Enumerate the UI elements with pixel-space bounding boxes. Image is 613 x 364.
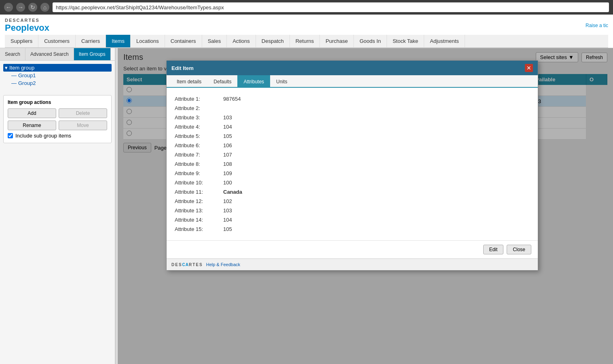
attr-value: Canada — [223, 189, 242, 195]
nav-item-sales[interactable]: Sales — [202, 35, 227, 47]
attr-value: 104 — [223, 124, 232, 130]
attr-row: Attribute 12:102 — [175, 197, 530, 206]
attr-label: Attribute 14: — [175, 217, 223, 223]
modal-body: Attribute 1:987654Attribute 2:Attribute … — [167, 88, 538, 240]
modal-tab-defaults[interactable]: Defaults — [207, 75, 237, 88]
nav-item-items[interactable]: Items — [106, 35, 131, 47]
delete-button[interactable]: Delete — [59, 108, 107, 118]
back-button[interactable]: ← — [4, 3, 13, 12]
move-button[interactable]: Move — [59, 121, 107, 130]
attr-value: 102 — [223, 198, 232, 204]
main-nav: SuppliersCustomersCarriersItemsLocations… — [5, 35, 608, 48]
attr-label: Attribute 12: — [175, 198, 223, 204]
tree-child-label: Group1 — [18, 72, 36, 78]
forward-button[interactable]: → — [16, 3, 25, 12]
attr-label: Attribute 7: — [175, 152, 223, 158]
sidebar: SearchAdvanced SearchItem Groups ▾ Item … — [0, 48, 115, 364]
nav-item-purchase[interactable]: Purchase — [320, 35, 354, 47]
modal-tabs: Item detailsDefaultsAttributesUnits — [167, 75, 538, 88]
modal-footer: Edit Close — [167, 240, 538, 258]
app-header: DESCARTES Peoplevox Raise a tic Supplier… — [0, 15, 613, 48]
attr-label: Attribute 13: — [175, 207, 223, 214]
attr-value: 105 — [223, 226, 232, 232]
url-text: https://qac.peoplevox.net/StarShipItQa12… — [56, 4, 224, 11]
tree-child-label: Group2 — [18, 80, 36, 86]
help-feedback-link[interactable]: Help & Feedback — [206, 262, 240, 267]
attr-label: Attribute 11: — [175, 189, 223, 195]
nav-item-suppliers[interactable]: Suppliers — [5, 35, 38, 47]
reload-button[interactable]: ↻ — [28, 3, 37, 12]
nav-item-containers[interactable]: Containers — [165, 35, 202, 47]
raise-ticket-link[interactable]: Raise a tic — [586, 23, 608, 28]
attr-label: Attribute 2: — [175, 105, 223, 111]
tree-dash-icon: — — [11, 80, 17, 86]
attr-row: Attribute 5:105 — [175, 131, 530, 141]
add-button[interactable]: Add — [8, 108, 56, 118]
tree-root-item-group[interactable]: ▾ Item group — [3, 64, 112, 72]
edit-item-modal: Edit Item ✕ Item detailsDefaultsAttribut… — [166, 60, 538, 271]
main-content: Items Select sites ▼ Refresh Select an i… — [118, 48, 613, 364]
attr-row: Attribute 11:Canada — [175, 187, 530, 197]
attr-row: Attribute 14:104 — [175, 215, 530, 224]
sidebar-actions-title: Item group actions — [8, 99, 107, 105]
nav-item-carriers[interactable]: Carriers — [76, 35, 106, 47]
attr-value: 107 — [223, 152, 232, 158]
tree-collapse-icon: ▾ — [5, 65, 8, 71]
modal-tab-item-details[interactable]: Item details — [171, 75, 207, 88]
tree-child-group1[interactable]: — Group1 — [11, 72, 112, 79]
modal-header: Edit Item ✕ — [167, 61, 538, 75]
edit-button[interactable]: Edit — [483, 245, 504, 254]
attr-row: Attribute 7:107 — [175, 150, 530, 159]
attr-row: Attribute 1:987654 — [175, 94, 530, 104]
modal-close-button[interactable]: ✕ — [525, 64, 533, 72]
sidebar-tabs: SearchAdvanced SearchItem Groups — [0, 48, 115, 61]
attr-value: 104 — [223, 217, 232, 223]
sidebar-tab-advanced-search[interactable]: Advanced Search — [25, 48, 74, 60]
attr-label: Attribute 1: — [175, 96, 223, 102]
sidebar-tab-item-groups[interactable]: Item Groups — [74, 48, 111, 60]
nav-item-goods-in[interactable]: Goods In — [354, 35, 387, 47]
attr-value: 987654 — [223, 96, 241, 102]
actions-grid: Add Delete Rename Move — [8, 108, 107, 130]
browser-bar: ← → ↻ ⌂ https://qac.peoplevox.net/StarSh… — [0, 0, 613, 15]
attr-row: Attribute 6:106 — [175, 141, 530, 150]
attr-row: Attribute 4:104 — [175, 122, 530, 131]
nav-item-despatch[interactable]: Despatch — [256, 35, 290, 47]
attr-row: Attribute 2: — [175, 104, 530, 113]
home-button[interactable]: ⌂ — [40, 3, 49, 12]
modal-tab-attributes[interactable]: Attributes — [237, 75, 270, 88]
address-bar[interactable]: https://qac.peoplevox.net/StarShipItQa12… — [53, 2, 609, 12]
attr-row: Attribute 8:108 — [175, 159, 530, 169]
attr-row: Attribute 15:105 — [175, 224, 530, 234]
attr-label: Attribute 15: — [175, 226, 223, 232]
attr-value: 109 — [223, 170, 232, 176]
peoplevox-logo: Peoplevox — [5, 23, 49, 33]
tree-root-label: Item group — [9, 65, 34, 71]
nav-item-customers[interactable]: Customers — [38, 35, 76, 47]
attr-value: 103 — [223, 114, 232, 121]
attr-label: Attribute 8: — [175, 161, 223, 167]
sidebar-tab-search[interactable]: Search — [0, 48, 25, 60]
attr-label: Attribute 9: — [175, 170, 223, 176]
modal-footer-bar: DESCARTES Help & Feedback — [167, 258, 538, 270]
include-sub-group-checkbox[interactable] — [8, 133, 13, 138]
attr-label: Attribute 4: — [175, 124, 223, 130]
nav-item-returns[interactable]: Returns — [290, 35, 320, 47]
attr-row: Attribute 13:103 — [175, 206, 530, 215]
attr-label: Attribute 5: — [175, 133, 223, 139]
modal-tab-units[interactable]: Units — [270, 75, 293, 88]
attr-value: 105 — [223, 133, 232, 139]
include-sub-group-label: Include sub group items — [15, 133, 71, 139]
nav-item-locations[interactable]: Locations — [131, 35, 165, 47]
nav-item-stock-take[interactable]: Stock Take — [387, 35, 424, 47]
rename-button[interactable]: Rename — [8, 121, 56, 130]
attr-label: Attribute 3: — [175, 114, 223, 121]
nav-item-actions[interactable]: Actions — [227, 35, 256, 47]
attr-value: 106 — [223, 142, 232, 148]
tree-child-group2[interactable]: — Group2 — [11, 79, 112, 87]
modal-title: Edit Item — [171, 65, 194, 71]
tree-dash-icon: — — [11, 72, 17, 78]
nav-item-adjustments[interactable]: Adjustments — [424, 35, 465, 47]
close-button[interactable]: Close — [507, 245, 531, 254]
attr-label: Attribute 10: — [175, 180, 223, 186]
